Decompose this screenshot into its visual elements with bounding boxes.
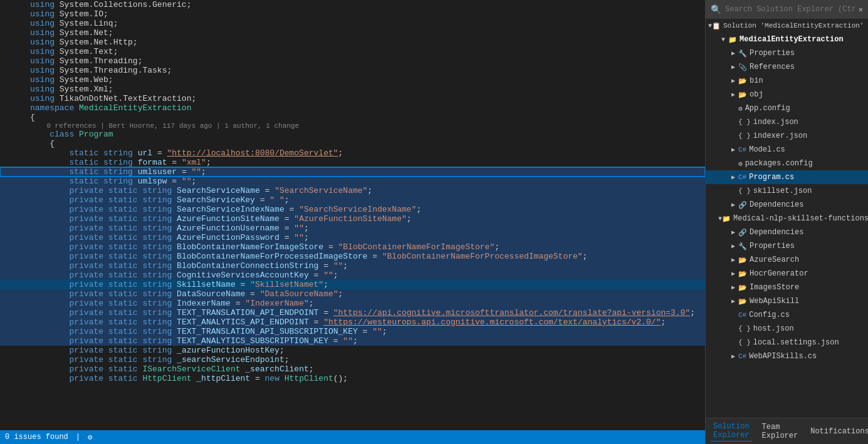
tree-item-dependencies1[interactable]: ▶ 🔗 Dependencies [706,198,868,212]
tree-item-webapiskill[interactable]: ▶ 📂 WebApiSkill [706,294,868,308]
tree-item-indexerjson[interactable]: { } indexer.json [706,129,868,143]
table-row: class Program [0,130,705,139]
tree-item-appconfig[interactable]: ⚙ App.config [706,101,868,115]
table-row: private static string DataSourceName = "… [0,289,705,299]
chevron-right-icon: ▶ [728,49,738,57]
tree-item-references[interactable]: ▶ 📎 References [706,60,868,74]
config-icon: ⚙ [738,105,743,113]
folder-icon: 📂 [738,77,747,85]
code-lines: using System.Collections.Generic; using … [0,0,705,383]
references-icon: 📎 [738,63,747,71]
folder-icon: 📂 [738,297,747,306]
json-icon: { } [738,339,751,346]
close-icon[interactable]: ✕ [859,5,863,14]
solution-icon: 📋 [712,22,721,30]
dependencies1-label: Dependencies [750,200,803,209]
table-row: using System.Collections.Generic; [0,0,705,9]
tree-item-skillsetjson[interactable]: { } skillset.json [706,184,868,198]
table-row: private static string TEXT_TRANSLATION_A… [0,327,705,336]
table-row: using System.Net; [0,28,705,38]
cs-icon: C# [738,353,746,360]
chevron-right-icon: ▶ [728,353,738,360]
project-icon: 📁 [722,215,731,223]
sidebar-tabs: Solution Explorer Team Explorer Notifica… [706,418,868,444]
project-2-label: Medical-nlp-skillset-functions [733,214,868,223]
table-row: using System.IO; [0,9,705,19]
folder-icon: 🔧 [738,242,747,250]
table-row: using System.Web; [0,75,705,85]
tree-item-dependencies2[interactable]: ▶ 🔗 Dependencies [706,225,868,239]
tree-item-localsettings[interactable]: { } local.settings.json [706,336,868,349]
search-input[interactable] [725,5,855,14]
solution-label: Solution 'MedicalEntityExtraction' (2 of… [723,22,868,29]
table-row: static string format = "xml"; [0,158,705,167]
skillsetjson-label: skillset.json [753,187,812,195]
table-row: private static string BlobContainerNameF… [0,242,705,252]
folder-icon: 📂 [738,270,747,278]
table-row: private static ISearchServiceClient _sea… [0,364,705,374]
azuresearch-label: AzureSearch [750,256,799,264]
json-icon: { } [738,132,751,140]
chevron-right-icon: ▶ [728,297,738,305]
chevron-right-icon: ▶ [728,242,738,250]
status-icon: ⚙ [88,433,92,442]
table-row: private static string TEXT_TRANSLATION_A… [0,308,705,318]
tab-team-explorer[interactable]: Team Explorer [760,421,801,441]
tab-notifications[interactable]: Notifications [808,426,868,437]
table-row: private static string AzureFunctionUsern… [0,224,705,233]
appconfig-label: App.config [745,104,790,113]
folder-icon: 📂 [738,284,747,292]
tab-solution-explorer[interactable]: Solution Explorer [711,421,752,441]
tree-item-configcs[interactable]: C# Config.cs [706,308,868,322]
tree-item-hocrgenerator[interactable]: ▶ 📂 HocrGenerator [706,267,868,281]
table-row: using System.Net.Http; [0,38,705,47]
chevron-right-icon: ▶ [728,77,738,85]
json-icon: { } [738,325,751,333]
table-row: private static string SearchServiceIndex… [0,205,705,214]
tree-item-azuresearch[interactable]: ▶ 📂 AzureSearch [706,253,868,267]
table-row: private static string TEXT_ANALYTICS_SUB… [0,336,705,346]
table-row: private static string CognitiveServicesA… [0,271,705,280]
tree-item-imagesstore[interactable]: ▶ 📂 ImagesStore [706,281,868,294]
table-row: private static string BlobContainerConne… [0,261,705,271]
hocrgenerator-label: HocrGenerator [750,269,808,278]
tree-item-obj[interactable]: ▶ 📂 obj [706,88,868,101]
cs-icon: C# [738,146,746,153]
table-row: 0 references | Bert Hoorne, 117 days ago… [0,122,705,130]
table-row: using System.Linq; [0,19,705,28]
folder-icon: 📂 [738,256,747,264]
tree-item-properties2[interactable]: ▶ 🔧 Properties [706,239,868,253]
table-row: { [0,113,705,122]
tree-item-webapiskillscs[interactable]: ▶ C# WebAPISkills.cs [706,349,868,363]
table-row: using TikaOnDotNet.TextExtraction; [0,94,705,103]
indexerjson-label: indexer.json [753,132,807,140]
code-editor[interactable]: using System.Collections.Generic; using … [0,0,705,430]
tree-item-modelcs[interactable]: ▶ C# Model.cs [706,143,868,157]
chevron-right-icon: ▶ [728,63,738,71]
table-row: using System.Threading.Tasks; [0,66,705,75]
tree-solution-root[interactable]: ▼ 📋 Solution 'MedicalEntityExtraction' (… [706,19,868,33]
tree-item-properties[interactable]: ▶ 🔧 Properties [706,46,868,60]
json-icon: { } [738,187,751,195]
solution-explorer: 🔍 ✕ ▼ 📋 Solution 'MedicalEntityExtractio… [705,0,868,444]
programcs-label: Program.cs [749,173,794,182]
status-bar: 0 issues found | ⚙ [0,430,705,444]
table-row: private static string _searchServiceEndp… [0,355,705,364]
tree-project-1[interactable]: ▼ 📁 MedicalEntityExtraction [706,33,868,46]
sidebar-search[interactable]: 🔍 ✕ [706,0,868,19]
chevron-right-icon: ▶ [728,229,738,236]
tree-item-hostjson[interactable]: { } host.json [706,322,868,336]
dependencies-icon: 🔗 [738,201,747,209]
chevron-right-icon: ▶ [728,256,738,264]
imagesstore-label: ImagesStore [750,283,799,292]
tree-item-packagesconfig[interactable]: ⚙ packages.config [706,157,868,170]
tree-project-2[interactable]: ▼ 📁 Medical-nlp-skillset-functions [706,212,868,225]
tree-item-indexjson[interactable]: { } index.json [706,115,868,129]
tree-item-bin[interactable]: ▶ 📂 bin [706,74,868,88]
configcs-label: Config.cs [749,311,790,319]
tree-item-programcs[interactable]: ▶ C# Program.cs [706,170,868,184]
chevron-right-icon: ▶ [728,201,738,209]
folder-icon: 🔧 [738,49,747,58]
table-row: private static string IndexerName = "Ind… [0,299,705,308]
indexjson-label: index.json [753,118,798,126]
